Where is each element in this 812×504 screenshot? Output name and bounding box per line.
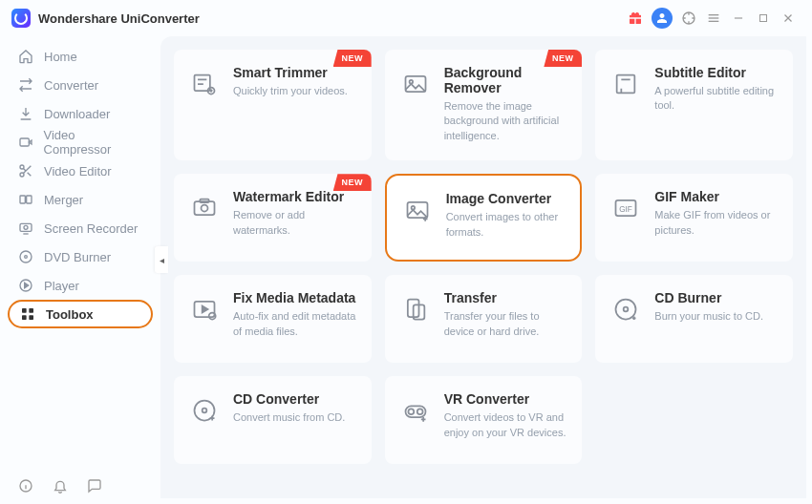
transfer-icon xyxy=(400,294,431,325)
sidebar-footer xyxy=(8,470,153,504)
cd-converter-icon xyxy=(189,395,220,426)
tool-card-smart-trimmer[interactable]: Smart TrimmerQuickly trim your videos.NE… xyxy=(174,50,372,160)
titlebar: Wondershare UniConverter xyxy=(0,0,812,36)
gif-maker-icon: GIF xyxy=(610,193,641,223)
tool-title: Background Remover xyxy=(444,65,567,95)
tool-title: CD Burner xyxy=(654,290,763,305)
subtitle-editor-icon xyxy=(610,69,641,99)
sidebar-item-label: Screen Recorder xyxy=(44,221,138,236)
play-icon xyxy=(17,277,34,294)
sidebar-item-toolbox[interactable]: Toolbox xyxy=(8,300,153,328)
sidebar-item-player[interactable]: Player xyxy=(8,271,153,300)
menu-icon[interactable] xyxy=(701,6,726,31)
tool-card-watermark-editor[interactable]: Watermark EditorRemove or add watermarks… xyxy=(174,174,372,262)
tool-card-cd-converter[interactable]: CD ConverterConvert music from CD. xyxy=(174,376,372,464)
main-panel: Smart TrimmerQuickly trim your videos.NE… xyxy=(160,36,806,498)
tool-desc: Quickly trim your videos. xyxy=(233,84,348,98)
app-window: Wondershare UniConverter Ho xyxy=(0,0,812,504)
svg-rect-11 xyxy=(20,196,25,203)
close-button[interactable] xyxy=(776,6,801,31)
sidebar-item-label: Toolbox xyxy=(46,307,94,322)
tool-card-background-remover[interactable]: Background RemoverRemove the image backg… xyxy=(385,50,583,160)
tool-title: Watermark Editor xyxy=(233,189,356,204)
new-badge: NEW xyxy=(333,174,372,191)
svg-point-42 xyxy=(203,409,207,413)
disc-icon xyxy=(17,248,34,265)
sidebar-item-converter[interactable]: Converter xyxy=(8,71,153,99)
svg-point-39 xyxy=(616,300,636,320)
user-avatar-icon[interactable] xyxy=(652,8,673,29)
svg-point-29 xyxy=(202,205,208,212)
svg-text:GIF: GIF xyxy=(620,205,633,214)
bell-icon[interactable] xyxy=(52,477,69,494)
sidebar-item-label: Converter xyxy=(44,78,98,93)
sidebar-item-video-compressor[interactable]: Video Compressor xyxy=(8,128,153,157)
svg-point-16 xyxy=(25,256,28,259)
support-icon[interactable] xyxy=(676,6,701,31)
tool-title: Smart Trimmer xyxy=(233,65,348,80)
svg-point-14 xyxy=(24,225,28,229)
svg-point-45 xyxy=(417,409,422,414)
tool-desc: Transfer your files to device or hard dr… xyxy=(444,309,567,339)
fix-media-metadata-icon xyxy=(189,294,220,325)
tool-title: GIF Maker xyxy=(654,189,778,204)
tool-card-subtitle-editor[interactable]: Subtitle EditorA powerful subtitle editi… xyxy=(595,50,793,160)
svg-rect-20 xyxy=(22,315,27,320)
tool-desc: Convert music from CD. xyxy=(233,410,345,425)
svg-point-40 xyxy=(624,307,629,312)
svg-point-9 xyxy=(20,165,24,169)
scissors-icon xyxy=(17,162,34,179)
compressor-icon xyxy=(17,134,34,151)
gift-icon[interactable] xyxy=(623,6,648,31)
tool-card-gif-maker[interactable]: GIFGIF MakerMake GIF from videos or pict… xyxy=(595,174,793,262)
vr-converter-icon xyxy=(400,395,431,426)
toolbox-icon xyxy=(19,305,36,323)
info-icon[interactable] xyxy=(17,477,34,494)
svg-rect-18 xyxy=(22,308,27,313)
svg-rect-21 xyxy=(29,315,33,320)
sidebar-item-screen-recorder[interactable]: Screen Recorder xyxy=(8,214,153,242)
sidebar-item-label: Merger xyxy=(44,193,83,207)
tool-card-fix-media-metadata[interactable]: Fix Media MetadataAuto-fix and edit meta… xyxy=(174,275,372,363)
sidebar-item-dvd-burner[interactable]: DVD Burner xyxy=(8,242,153,271)
tool-card-vr-converter[interactable]: VR ConverterConvert videos to VR and enj… xyxy=(385,376,583,464)
sidebar-item-label: Video Editor xyxy=(44,164,112,178)
tool-title: Subtitle Editor xyxy=(654,65,778,80)
converter-icon xyxy=(17,76,34,94)
sidebar-item-merger[interactable]: Merger xyxy=(8,185,153,214)
cd-burner-icon xyxy=(610,294,641,325)
sidebar-item-home[interactable]: Home xyxy=(8,42,153,71)
svg-rect-27 xyxy=(617,75,635,94)
sidebar-item-video-editor[interactable]: Video Editor xyxy=(8,157,153,185)
tool-desc: Remove or add watermarks. xyxy=(233,208,356,238)
svg-point-10 xyxy=(20,173,24,177)
tool-card-cd-burner[interactable]: CD BurnerBurn your music to CD. xyxy=(595,275,793,363)
svg-rect-19 xyxy=(29,308,33,313)
tool-card-image-converter[interactable]: Image ConverterConvert images to other f… xyxy=(385,174,583,262)
tool-desc: Convert images to other formats. xyxy=(446,210,566,240)
sidebar-item-label: Video Compressor xyxy=(44,128,143,157)
sidebar-item-label: Player xyxy=(44,279,79,293)
tool-desc: Convert videos to VR and enjoy on your V… xyxy=(444,410,567,440)
merger-icon xyxy=(17,191,34,208)
download-icon xyxy=(17,105,34,122)
feedback-icon[interactable] xyxy=(86,477,103,494)
minimize-button[interactable] xyxy=(726,6,751,31)
new-badge: NEW xyxy=(544,50,582,67)
tool-title: VR Converter xyxy=(444,391,567,407)
sidebar-collapse-button[interactable]: ◂ xyxy=(155,246,168,273)
svg-rect-5 xyxy=(760,15,767,22)
svg-rect-12 xyxy=(27,196,32,203)
sidebar-item-label: DVD Burner xyxy=(44,250,111,264)
tool-desc: Burn your music to CD. xyxy=(654,309,763,324)
background-remover-icon xyxy=(400,69,431,99)
tool-card-transfer[interactable]: TransferTransfer your files to device or… xyxy=(385,275,583,363)
svg-rect-28 xyxy=(195,201,215,215)
tool-desc: Remove the image background with artific… xyxy=(444,99,567,143)
tool-title: CD Converter xyxy=(233,391,345,407)
sidebar-item-downloader[interactable]: Downloader xyxy=(8,99,153,128)
maximize-button[interactable] xyxy=(751,6,776,31)
app-logo-icon xyxy=(11,9,31,28)
sidebar: Home Converter Downloader Video Compress… xyxy=(0,36,160,504)
app-title: Wondershare UniConverter xyxy=(38,11,200,26)
